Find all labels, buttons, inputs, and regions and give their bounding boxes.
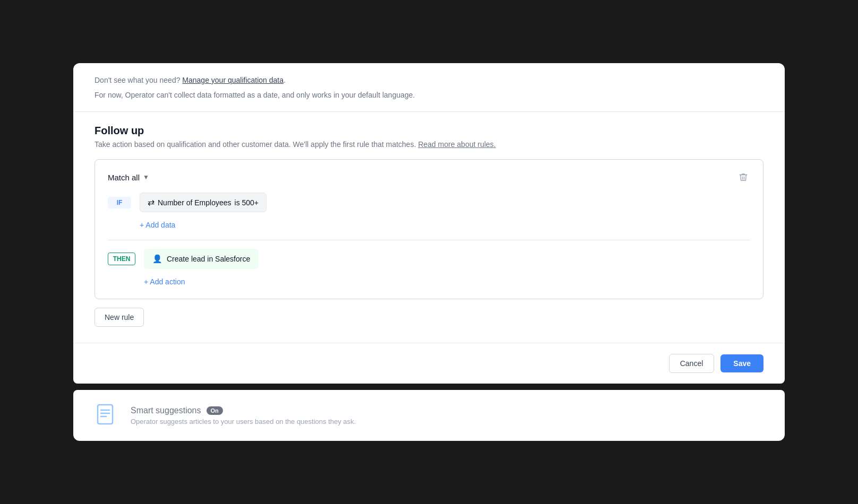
smart-suggestions-card: Smart suggestions On Operator suggests a… (73, 390, 785, 441)
info-text: For now, Operator can't collect data for… (95, 90, 763, 101)
follow-up-title: Follow up (95, 125, 763, 137)
smart-suggestions-title: Smart suggestions (131, 406, 201, 415)
trash-icon (739, 172, 748, 182)
action-label: Create lead in Salesforce (167, 255, 250, 263)
smart-suggestions-title-row: Smart suggestions On (131, 406, 356, 415)
dont-see-text: Don't see what you need? Manage your qua… (95, 76, 763, 84)
condition-chip[interactable]: ⇄ Number of Employees is 500+ (140, 193, 267, 212)
person-icon: 👤 (152, 254, 162, 264)
svg-rect-0 (98, 405, 113, 424)
bottom-actions-bar: Cancel Save (73, 343, 785, 384)
delete-rule-button[interactable] (736, 170, 750, 184)
chevron-down-icon: ▼ (143, 173, 149, 181)
condition-label: Number of Employees (158, 198, 231, 207)
manage-qualification-link[interactable]: Manage your qualification data (182, 76, 284, 84)
smart-suggestions-icon (95, 403, 120, 428)
cancel-button[interactable]: Cancel (669, 354, 715, 373)
smart-suggestions-content: Smart suggestions On Operator suggests a… (131, 406, 356, 425)
condition-operator: is 500+ (235, 198, 259, 207)
smart-suggestions-description: Operator suggests articles to your users… (131, 418, 356, 425)
rule-card: Match all ▼ IF (95, 159, 763, 299)
rule-header: Match all ▼ (108, 170, 750, 184)
if-badge: IF (108, 197, 131, 208)
action-chip[interactable]: 👤 Create lead in Salesforce (144, 249, 259, 269)
add-action-button[interactable]: + Add action (144, 275, 185, 288)
on-badge: On (207, 406, 223, 415)
then-action-row: THEN 👤 Create lead in Salesforce (108, 249, 750, 269)
save-button[interactable]: Save (720, 354, 763, 372)
new-rule-button[interactable]: New rule (95, 308, 144, 327)
add-data-button[interactable]: + Add data (140, 219, 175, 231)
follow-up-description: Take action based on qualification and o… (95, 140, 763, 149)
match-all-button[interactable]: Match all ▼ (108, 173, 149, 182)
then-badge: THEN (108, 253, 135, 265)
if-condition-row: IF ⇄ Number of Employees is 500+ (108, 193, 750, 212)
section-divider (108, 240, 750, 240)
transfer-icon: ⇄ (148, 197, 155, 207)
read-more-link[interactable]: Read more about rules. (418, 140, 495, 149)
